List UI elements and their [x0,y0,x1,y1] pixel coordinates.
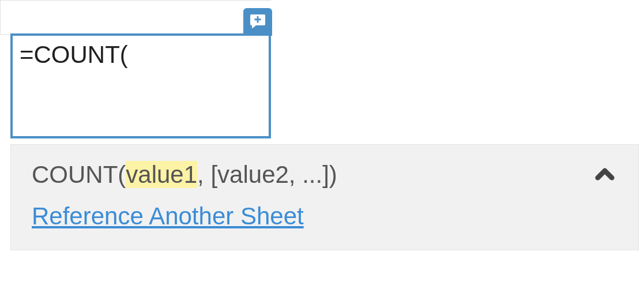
svg-rect-1 [254,18,261,20]
cell-grid-hint [0,0,271,35]
signature-current-arg: value1 [126,161,197,188]
formula-signature: COUNT(value1, [value2, ...]) [32,161,617,189]
formula-input[interactable] [10,33,271,138]
signature-suffix: , [value2, ...]) [197,161,337,188]
comment-plus-icon [248,12,268,32]
signature-prefix: COUNT( [32,161,126,188]
add-comment-button[interactable] [243,8,272,36]
collapse-tooltip-button[interactable] [592,162,617,187]
formula-tooltip: COUNT(value1, [value2, ...]) Reference A… [10,144,639,250]
reference-another-sheet-link[interactable]: Reference Another Sheet [32,202,304,230]
chevron-up-icon [593,163,617,187]
